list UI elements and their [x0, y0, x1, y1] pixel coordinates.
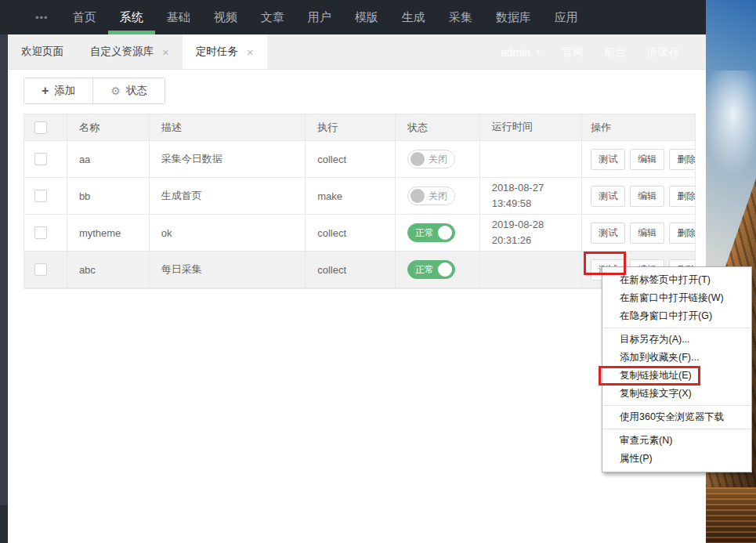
- cell-runtime: 2019-08-28 20:31:26: [480, 215, 583, 251]
- col-header-status: 状态: [396, 114, 480, 140]
- tab-scheduled-tasks-label: 定时任务: [196, 45, 238, 59]
- col-header-actions: 操作: [582, 114, 695, 140]
- toggle-knob: [438, 262, 452, 277]
- col-header-exec: 执行: [306, 114, 396, 140]
- status-toggle[interactable]: 关闭: [407, 150, 455, 168]
- menu-item-copy-link-address[interactable]: 复制链接地址(E): [602, 367, 751, 385]
- delete-button[interactable]: 删除: [669, 186, 695, 207]
- menu-item-open-new-window[interactable]: 在新窗口中打开链接(W): [602, 289, 751, 307]
- toggle-label: 正常: [415, 226, 434, 240]
- cell-exec: make: [306, 178, 396, 214]
- wallpaper-water-streaks: [706, 487, 756, 543]
- col-header-desc: 描述: [150, 114, 306, 140]
- annotation-red-box: [584, 252, 626, 275]
- row-checkbox[interactable]: [34, 153, 47, 165]
- status-toggle[interactable]: 正常: [407, 260, 455, 279]
- user-menu[interactable]: admin ▼: [501, 46, 541, 59]
- menu-separator: [603, 405, 751, 406]
- tab-custom-resource[interactable]: 自定义资源库 ×: [77, 34, 183, 69]
- close-icon[interactable]: ×: [247, 46, 254, 58]
- cell-name: aa: [67, 141, 150, 177]
- toggle-label: 关闭: [429, 153, 447, 166]
- test-button[interactable]: 测试: [591, 223, 625, 244]
- menu-item-download-with-360[interactable]: 使用360安全浏览器下载: [602, 408, 751, 426]
- test-button[interactable]: 测试: [591, 186, 625, 207]
- table-header-row: 名称 描述 执行 状态 运行时间 操作: [24, 114, 695, 141]
- cell-desc: ok: [150, 215, 306, 251]
- tab-welcome-label: 欢迎页面: [21, 45, 63, 59]
- cell-name: bb: [67, 178, 150, 214]
- add-button[interactable]: + 添加: [24, 78, 92, 103]
- edit-button[interactable]: 编辑: [630, 223, 664, 244]
- cell-name: mytheme: [67, 215, 150, 251]
- toolbar: + 添加 ⚙ 状态: [24, 78, 165, 104]
- screen: ••• 首页 系统 基础 视频 文章 用户 模版 生成 采集 数据库 应用 欢迎…: [0, 0, 756, 543]
- cell-desc: 生成首页: [150, 178, 306, 214]
- table-row: mytheme ok collect 正常 2019-08-28 20:31:2…: [24, 215, 695, 252]
- annotation-red-box: [599, 366, 700, 386]
- top-nav: ••• 首页 系统 基础 视频 文章 用户 模版 生成 采集 数据库 应用: [0, 0, 706, 34]
- nav-item-database[interactable]: 数据库: [484, 0, 543, 34]
- select-all-checkbox[interactable]: [34, 121, 47, 134]
- nav-item-template[interactable]: 模版: [343, 0, 390, 34]
- plus-icon: +: [42, 85, 49, 97]
- toggle-label: 关闭: [429, 190, 447, 203]
- row-checkbox[interactable]: [34, 263, 47, 276]
- nav-item-user[interactable]: 用户: [296, 0, 343, 34]
- menu-separator: [603, 429, 751, 429]
- test-button[interactable]: 测试: [591, 149, 625, 170]
- collapsed-sidebar[interactable]: [0, 34, 8, 543]
- cell-desc: 每日采集: [150, 252, 306, 288]
- close-icon[interactable]: ×: [162, 46, 169, 58]
- menu-item-add-to-favorites[interactable]: 添加到收藏夹(F)...: [602, 349, 751, 367]
- cell-runtime: 2018-08-27 13:49:58: [480, 178, 583, 214]
- menu-item-open-incognito[interactable]: 在隐身窗口中打开(G): [602, 307, 751, 325]
- table-row: bb 生成首页 make 关闭 2018-08-27 13:49:58 测试 编…: [24, 178, 695, 215]
- row-checkbox[interactable]: [34, 190, 47, 202]
- nav-item-article[interactable]: 文章: [249, 0, 296, 34]
- cell-runtime: [480, 252, 583, 288]
- nav-items: 首页 系统 基础 视频 文章 用户 模版 生成 采集 数据库 应用: [61, 0, 590, 34]
- edit-button[interactable]: 编辑: [630, 149, 664, 170]
- nav-item-video[interactable]: 视频: [202, 0, 249, 34]
- tab-scheduled-tasks[interactable]: 定时任务 ×: [183, 34, 267, 69]
- table-row: aa 采集今日数据 collect 关闭 测试 编辑 删除: [24, 141, 695, 178]
- status-toggle[interactable]: 关闭: [407, 186, 455, 205]
- tab-bar: 欢迎页面 自定义资源库 × 定时任务 × admin ▼ 官网 前台 清缓存: [8, 34, 706, 70]
- caret-down-icon: ▼: [535, 49, 541, 56]
- cell-exec: collect: [306, 141, 396, 177]
- add-button-label: 添加: [54, 84, 75, 98]
- nav-item-home[interactable]: 首页: [61, 0, 108, 34]
- link-frontend[interactable]: 前台: [604, 45, 626, 60]
- status-button-label: 状态: [126, 84, 147, 98]
- menu-item-copy-link-text[interactable]: 复制链接文字(X): [602, 385, 751, 403]
- status-toggle[interactable]: 正常: [407, 223, 455, 242]
- user-links: admin ▼ 官网 前台 清缓存: [501, 34, 679, 70]
- ellipsis-menu-icon[interactable]: •••: [35, 12, 49, 24]
- delete-button[interactable]: 删除: [669, 149, 695, 170]
- delete-button[interactable]: 删除: [669, 223, 695, 244]
- context-menu: 在新标签页中打开(T) 在新窗口中打开链接(W) 在隐身窗口中打开(G) 目标另…: [602, 266, 752, 472]
- menu-separator: [603, 328, 751, 328]
- nav-item-generate[interactable]: 生成: [390, 0, 437, 34]
- toggle-knob: [411, 189, 425, 203]
- col-header-runtime: 运行时间: [480, 114, 583, 140]
- menu-item-save-target-as[interactable]: 目标另存为(A)...: [602, 331, 751, 349]
- tab-custom-resource-label: 自定义资源库: [90, 45, 154, 59]
- gear-icon: ⚙: [110, 85, 121, 96]
- link-clear-cache[interactable]: 清缓存: [646, 45, 679, 60]
- tab-welcome[interactable]: 欢迎页面: [8, 34, 77, 69]
- link-official-site[interactable]: 官网: [562, 45, 584, 60]
- nav-item-system[interactable]: 系统: [108, 0, 155, 34]
- edit-button[interactable]: 编辑: [630, 186, 664, 207]
- wallpaper-cloud: [706, 71, 756, 180]
- nav-item-collect[interactable]: 采集: [437, 0, 484, 34]
- row-checkbox[interactable]: [34, 226, 47, 239]
- toggle-knob: [411, 152, 425, 166]
- nav-item-basic[interactable]: 基础: [155, 0, 202, 34]
- status-button[interactable]: ⚙ 状态: [92, 78, 165, 103]
- menu-item-properties[interactable]: 属性(P): [602, 450, 751, 468]
- toggle-label: 正常: [415, 263, 434, 277]
- nav-item-app[interactable]: 应用: [543, 0, 590, 34]
- menu-item-inspect-element[interactable]: 审查元素(N): [602, 432, 751, 450]
